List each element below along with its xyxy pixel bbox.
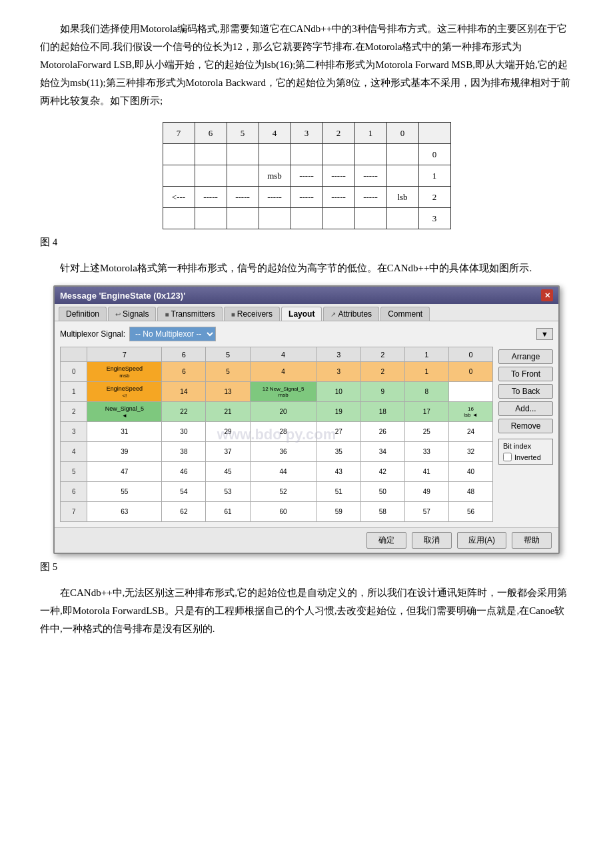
cell-0-3[interactable]: 3 [316,362,360,382]
cell-4-3[interactable]: 35 [316,442,360,462]
tab-definition-label: Definition [66,309,99,319]
cell-6-2[interactable]: 50 [360,482,404,502]
cell-5-7[interactable]: 47 [87,462,162,482]
cell-5-1[interactable]: 41 [404,462,448,482]
bit-index-label: Bit index [503,442,548,450]
cell-4-1[interactable]: 33 [404,442,448,462]
apply-button[interactable]: 应用(A) [457,532,506,549]
cell-1-4[interactable]: 12 New_Signal_5msb [250,382,316,402]
cell-6-7[interactable]: 55 [87,482,162,502]
cell-3-4[interactable]: 28 [250,422,316,442]
grid-col-6: 6 [162,347,206,362]
cell-2-4[interactable]: 20 [250,402,316,422]
cell-3-5[interactable]: 29 [206,422,250,442]
cell-5-5[interactable]: 45 [206,462,250,482]
cell-4-4[interactable]: 36 [250,442,316,462]
cell-7-1[interactable]: 57 [404,502,448,522]
cell-0-5[interactable]: 5 [206,362,250,382]
cell-7-5[interactable]: 61 [206,502,250,522]
cell-1-2[interactable]: 9 [360,382,404,402]
cell-2-1[interactable]: 17 [404,402,448,422]
cancel-button[interactable]: 取消 [412,532,452,549]
cell-3-3[interactable]: 27 [316,422,360,442]
cell-0-6[interactable]: 6 [162,362,206,382]
cell-0-7[interactable]: EngineSpeedmsb [87,362,162,382]
cell-1-0[interactable] [448,382,492,402]
cell-6-0[interactable]: 48 [448,482,492,502]
cell-7-4[interactable]: 60 [250,502,316,522]
cell-4-7[interactable]: 39 [87,442,162,462]
cell-4-0[interactable]: 32 [448,442,492,462]
cell-1-1[interactable]: 8 [404,382,448,402]
cell-5-6[interactable]: 46 [162,462,206,482]
cell-3-6[interactable]: 30 [162,422,206,442]
cell-5-3[interactable]: 43 [316,462,360,482]
cell-6-4[interactable]: 52 [250,482,316,502]
cell-1-7[interactable]: EngineSpeed<! [87,382,162,402]
inverted-checkbox-row: Inverted [503,453,548,461]
fig5-label: 图 5 [40,561,573,573]
fig4-label: 图 4 [40,236,573,249]
dialog-close-button[interactable]: ✕ [541,289,553,301]
add-button[interactable]: Add... [498,401,553,416]
cell-7-6[interactable]: 62 [162,502,206,522]
help-button[interactable]: 帮助 [512,532,552,549]
cell-2-3[interactable]: 19 [316,402,360,422]
paragraph-1: 如果我们选择使用Motorola编码格式,那需要知道它在CANdb++中的3种信… [40,20,573,110]
cell-7-3[interactable]: 59 [316,502,360,522]
cell-4-6[interactable]: 38 [162,442,206,462]
cell-2-7[interactable]: New_Signal_5◄ [87,402,162,422]
grid-row-6: 6 55 54 53 52 51 50 49 48 [61,482,493,502]
cell-3-7[interactable]: 31 [87,422,162,442]
mux-select[interactable]: -- No Multiplexor -- [129,327,216,341]
bit-index-group: Bit index Inverted [498,439,553,465]
cell-6-6[interactable]: 54 [162,482,206,502]
cell-6-5[interactable]: 53 [206,482,250,502]
cell-7-7[interactable]: 63 [87,502,162,522]
cell-2-6[interactable]: 22 [162,402,206,422]
cell-5-0[interactable]: 40 [448,462,492,482]
tab-definition[interactable]: Definition [59,307,107,321]
cell-7-2[interactable]: 58 [360,502,404,522]
cell-0-0[interactable]: 0 [448,362,492,382]
cell-3-0[interactable]: 24 [448,422,492,442]
confirm-button[interactable]: 确定 [366,532,406,549]
cell-2-0[interactable]: 16lsb ◄ [448,402,492,422]
cell-4-5[interactable]: 37 [206,442,250,462]
cell-1-6[interactable]: 14 [162,382,206,402]
cell-6-1[interactable]: 49 [404,482,448,502]
tab-comment[interactable]: Comment [380,307,430,321]
tab-signals[interactable]: ↩ Signals [108,307,156,321]
dialog-body: Multiplexor Signal: -- No Multiplexor --… [55,321,558,527]
remove-button[interactable]: Remove [498,419,553,433]
cell-0-2[interactable]: 2 [360,362,404,382]
to-back-button[interactable]: To Back [498,384,553,399]
cell-5-4[interactable]: 44 [250,462,316,482]
cell-2-2[interactable]: 18 [360,402,404,422]
cell-1-3[interactable]: 10 [316,382,360,402]
arrange-button[interactable]: Arrange [498,349,553,364]
cell-6-3[interactable]: 51 [316,482,360,502]
cell-7-0[interactable]: 56 [448,502,492,522]
cell-0-1[interactable]: 1 [404,362,448,382]
col-header-4: 4 [259,123,291,144]
cell-4-2[interactable]: 34 [360,442,404,462]
cell-1-5[interactable]: 13 [206,382,250,402]
tab-attributes[interactable]: ↗ Attributes [323,307,379,321]
row-num-2: 2 [61,402,87,422]
tab-transmitters[interactable]: ■ Transmitters [157,307,222,321]
mux-dropdown-btn[interactable]: ▼ [536,328,553,340]
col-header-5: 5 [227,123,259,144]
cell-2-5[interactable]: 21 [206,402,250,422]
cell-3-1[interactable]: 25 [404,422,448,442]
cell-5-2[interactable]: 42 [360,462,404,482]
inverted-checkbox[interactable] [503,453,512,461]
tab-layout[interactable]: Layout [281,307,322,321]
tab-receivers[interactable]: ■ Receivers [224,307,280,321]
row-num-4: 4 [61,442,87,462]
cell-3-2[interactable]: 26 [360,422,404,442]
col-header-0: 0 [386,123,418,144]
to-front-button[interactable]: To Front [498,367,553,381]
grid-row-0: 0 EngineSpeedmsb 6 5 4 3 2 1 0 [61,362,493,382]
cell-0-4[interactable]: 4 [250,362,316,382]
